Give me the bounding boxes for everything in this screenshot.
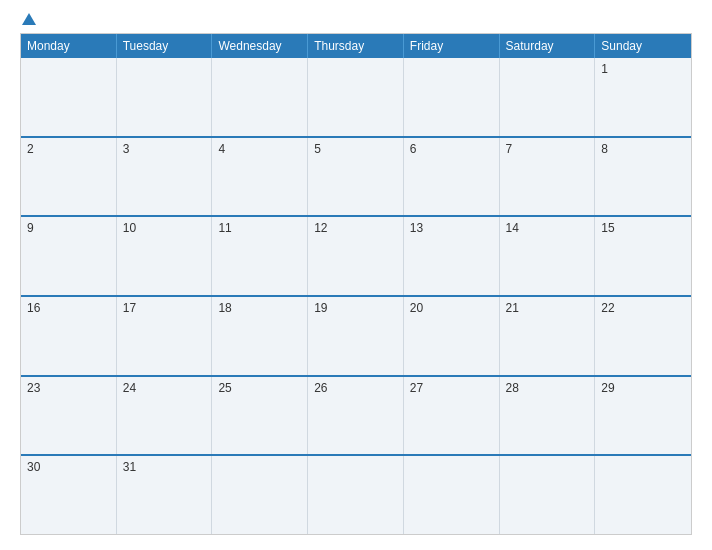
day-number: 23 xyxy=(27,381,40,395)
calendar-cell: 16 xyxy=(21,297,117,375)
day-number: 12 xyxy=(314,221,327,235)
day-number: 11 xyxy=(218,221,231,235)
calendar-cell: 1 xyxy=(595,58,691,136)
day-header-friday: Friday xyxy=(404,34,500,58)
calendar-cell: 18 xyxy=(212,297,308,375)
calendar-cell xyxy=(21,58,117,136)
calendar-body: 1234567891011121314151617181920212223242… xyxy=(21,58,691,534)
calendar-cell xyxy=(308,456,404,534)
calendar-cell: 14 xyxy=(500,217,596,295)
day-number: 1 xyxy=(601,62,608,76)
calendar-week-6: 3031 xyxy=(21,454,691,534)
header xyxy=(20,15,692,25)
calendar-cell: 12 xyxy=(308,217,404,295)
calendar-grid: MondayTuesdayWednesdayThursdayFridaySatu… xyxy=(20,33,692,535)
day-number: 13 xyxy=(410,221,423,235)
calendar-cell: 31 xyxy=(117,456,213,534)
day-number: 3 xyxy=(123,142,130,156)
calendar-cell: 3 xyxy=(117,138,213,216)
calendar-cell xyxy=(117,58,213,136)
day-number: 19 xyxy=(314,301,327,315)
day-number: 10 xyxy=(123,221,136,235)
calendar-cell: 20 xyxy=(404,297,500,375)
calendar-cell: 21 xyxy=(500,297,596,375)
day-header-monday: Monday xyxy=(21,34,117,58)
calendar-cell xyxy=(212,58,308,136)
day-number: 26 xyxy=(314,381,327,395)
calendar-cell: 22 xyxy=(595,297,691,375)
day-header-wednesday: Wednesday xyxy=(212,34,308,58)
calendar-week-4: 16171819202122 xyxy=(21,295,691,375)
calendar-page: MondayTuesdayWednesdayThursdayFridaySatu… xyxy=(0,0,712,550)
calendar-cell: 15 xyxy=(595,217,691,295)
calendar-cell: 11 xyxy=(212,217,308,295)
logo xyxy=(20,15,100,25)
calendar-cell xyxy=(404,58,500,136)
day-header-saturday: Saturday xyxy=(500,34,596,58)
calendar-week-2: 2345678 xyxy=(21,136,691,216)
day-number: 7 xyxy=(506,142,513,156)
calendar-cell xyxy=(308,58,404,136)
day-number: 29 xyxy=(601,381,614,395)
calendar-cell: 23 xyxy=(21,377,117,455)
day-header-tuesday: Tuesday xyxy=(117,34,213,58)
calendar-cell: 5 xyxy=(308,138,404,216)
day-number: 17 xyxy=(123,301,136,315)
calendar-cell xyxy=(212,456,308,534)
day-number: 21 xyxy=(506,301,519,315)
calendar-cell: 8 xyxy=(595,138,691,216)
calendar-cell: 29 xyxy=(595,377,691,455)
calendar-cell: 17 xyxy=(117,297,213,375)
day-number: 25 xyxy=(218,381,231,395)
day-number: 30 xyxy=(27,460,40,474)
calendar-week-5: 23242526272829 xyxy=(21,375,691,455)
logo-triangle-icon xyxy=(22,13,36,25)
calendar-cell: 13 xyxy=(404,217,500,295)
day-number: 6 xyxy=(410,142,417,156)
day-number: 22 xyxy=(601,301,614,315)
day-number: 2 xyxy=(27,142,34,156)
day-number: 20 xyxy=(410,301,423,315)
day-number: 15 xyxy=(601,221,614,235)
calendar-week-1: 1 xyxy=(21,58,691,136)
calendar-cell: 25 xyxy=(212,377,308,455)
calendar-cell xyxy=(404,456,500,534)
day-number: 28 xyxy=(506,381,519,395)
calendar-cell: 6 xyxy=(404,138,500,216)
day-number: 8 xyxy=(601,142,608,156)
calendar-header-row: MondayTuesdayWednesdayThursdayFridaySatu… xyxy=(21,34,691,58)
day-number: 18 xyxy=(218,301,231,315)
calendar-cell: 30 xyxy=(21,456,117,534)
day-number: 5 xyxy=(314,142,321,156)
calendar-cell: 10 xyxy=(117,217,213,295)
day-number: 27 xyxy=(410,381,423,395)
calendar-cell: 24 xyxy=(117,377,213,455)
calendar-cell: 28 xyxy=(500,377,596,455)
calendar-week-3: 9101112131415 xyxy=(21,215,691,295)
calendar-cell: 26 xyxy=(308,377,404,455)
calendar-cell: 19 xyxy=(308,297,404,375)
day-number: 4 xyxy=(218,142,225,156)
day-header-sunday: Sunday xyxy=(595,34,691,58)
calendar-cell: 7 xyxy=(500,138,596,216)
day-number: 16 xyxy=(27,301,40,315)
calendar-cell: 4 xyxy=(212,138,308,216)
day-number: 24 xyxy=(123,381,136,395)
calendar-cell: 27 xyxy=(404,377,500,455)
day-number: 9 xyxy=(27,221,34,235)
day-number: 14 xyxy=(506,221,519,235)
calendar-cell xyxy=(595,456,691,534)
calendar-cell xyxy=(500,58,596,136)
day-number: 31 xyxy=(123,460,136,474)
day-header-thursday: Thursday xyxy=(308,34,404,58)
calendar-cell xyxy=(500,456,596,534)
calendar-cell: 2 xyxy=(21,138,117,216)
calendar-cell: 9 xyxy=(21,217,117,295)
